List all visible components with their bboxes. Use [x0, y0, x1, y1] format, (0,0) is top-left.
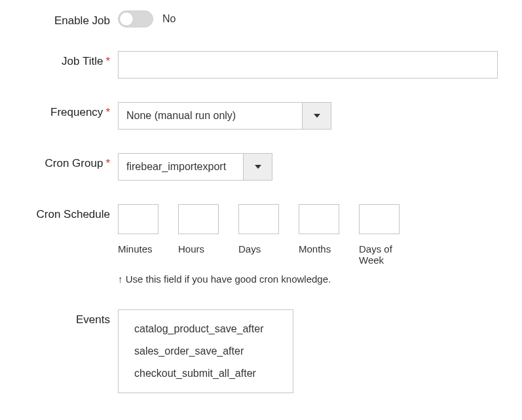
events-listbox[interactable]: catalog_product_save_after sales_order_s…	[118, 309, 293, 393]
events-option[interactable]: catalog_product_save_after	[134, 323, 277, 335]
required-icon: *	[105, 106, 110, 118]
cron-group-value: firebear_importexport	[119, 154, 243, 180]
events-option[interactable]: sales_order_save_after	[134, 345, 277, 357]
chevron-down-icon	[254, 164, 262, 170]
cron-days-caption: Days	[238, 243, 279, 254]
cron-dow-input[interactable]	[359, 204, 400, 234]
frequency-dropdown-button[interactable]	[302, 103, 331, 129]
cron-group-select[interactable]: firebear_importexport	[118, 153, 272, 181]
events-option[interactable]: checkout_submit_all_after	[134, 368, 277, 379]
cron-months-input[interactable]	[299, 204, 339, 234]
enable-job-label: Enable Job	[7, 10, 118, 27]
cron-dow-caption: Days of Week	[359, 243, 405, 266]
events-label: Events	[7, 309, 118, 326]
job-title-input[interactable]	[118, 51, 498, 79]
required-icon: *	[105, 157, 110, 169]
job-title-label: Job Title*	[7, 51, 118, 68]
cron-schedule-label: Cron Schedule	[7, 204, 118, 221]
cron-hours-input[interactable]	[178, 204, 219, 234]
cron-minutes-caption: Minutes	[118, 243, 158, 254]
cron-days-input[interactable]	[238, 204, 279, 234]
frequency-label: Frequency*	[7, 102, 118, 119]
enable-job-state: No	[162, 13, 176, 25]
frequency-select[interactable]: None (manual run only)	[118, 102, 331, 130]
required-icon: *	[105, 55, 110, 67]
cron-group-dropdown-button[interactable]	[243, 154, 272, 180]
cron-schedule-hint: ↑ Use this field if you have good cron k…	[118, 273, 331, 285]
enable-job-toggle[interactable]	[118, 10, 153, 27]
chevron-down-icon	[313, 113, 321, 119]
cron-minutes-input[interactable]	[118, 204, 158, 234]
cron-months-caption: Months	[299, 243, 339, 254]
cron-hours-caption: Hours	[178, 243, 219, 254]
cron-group-label: Cron Group*	[7, 153, 118, 170]
cron-schedule-inputs: Minutes Hours Days Months Days of Week	[118, 204, 405, 266]
frequency-value: None (manual run only)	[119, 103, 302, 129]
toggle-knob-icon	[119, 12, 134, 26]
